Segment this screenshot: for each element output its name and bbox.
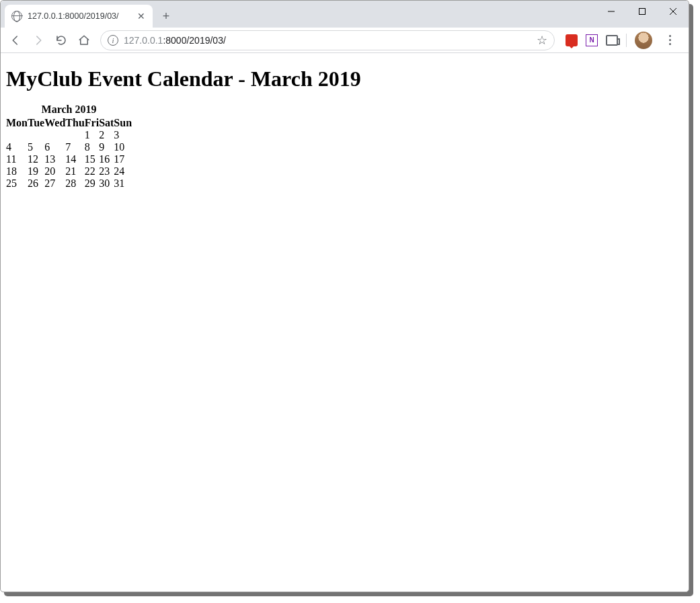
tab-title: 127.0.0.1:8000/2019/03/ <box>28 11 131 21</box>
calendar-day-cell: 31 <box>114 177 132 190</box>
close-window-button[interactable] <box>658 1 689 22</box>
calendar-day-cell: 12 <box>28 153 44 165</box>
toolbar-separator <box>626 34 627 47</box>
weekday-header: Thu <box>65 117 84 129</box>
browser-toolbar: i 127.0.0.1:8000/2019/03/ ☆ N <box>1 28 689 53</box>
weekday-header: Fri <box>85 117 99 129</box>
calendar-day-cell: 20 <box>44 165 65 177</box>
calendar-day-cell: 17 <box>114 153 132 165</box>
calendar-day-cell: 15 <box>85 153 99 165</box>
calendar-day-cell: 29 <box>85 177 99 190</box>
forward-button[interactable] <box>28 30 49 51</box>
calendar-empty-cell <box>65 129 84 141</box>
calendar-day-cell: 6 <box>44 141 65 153</box>
calendar-day-cell: 2 <box>99 129 114 141</box>
calendar-day-cell: 9 <box>99 141 114 153</box>
calendar-header-row: Mon Tue Wed Thu Fri Sat Sun <box>6 117 132 129</box>
calendar-day-cell: 16 <box>99 153 114 165</box>
calendar-caption: March 2019 <box>6 104 132 117</box>
calendar-day-cell: 1 <box>85 129 99 141</box>
page-content: MyClub Event Calendar - March 2019 March… <box>1 53 689 592</box>
calendar-empty-cell <box>6 129 28 141</box>
calendar-day-cell: 27 <box>44 177 65 190</box>
site-info-icon[interactable]: i <box>108 35 118 46</box>
calendar-week-row: 25262728293031 <box>6 177 132 190</box>
globe-icon <box>11 11 22 22</box>
calendar-day-cell: 21 <box>65 165 84 177</box>
calendar-day-cell: 23 <box>99 165 114 177</box>
browser-tab[interactable]: 127.0.0.1:8000/2019/03/ ✕ <box>5 5 153 28</box>
extension-icons: N <box>560 31 685 50</box>
calendar-day-cell: 25 <box>6 177 28 190</box>
calendar-day-cell: 18 <box>6 165 28 177</box>
ublock-icon[interactable] <box>566 34 578 46</box>
cast-icon[interactable] <box>606 35 618 46</box>
calendar-day-cell: 13 <box>44 153 65 165</box>
calendar-day-cell: 14 <box>65 153 84 165</box>
calendar-day-cell: 26 <box>28 177 44 190</box>
weekday-header: Mon <box>6 117 28 129</box>
home-button[interactable] <box>73 30 95 51</box>
calendar-week-row: 11121314151617 <box>6 153 132 165</box>
weekday-header: Tue <box>28 117 44 129</box>
url-text: 127.0.0.1:8000/2019/03/ <box>124 35 531 46</box>
calendar-week-row: 123 <box>6 129 132 141</box>
calendar-day-cell: 30 <box>99 177 114 190</box>
back-button[interactable] <box>5 30 26 51</box>
url-host: 127.0.0.1 <box>124 35 163 46</box>
maximize-button[interactable] <box>627 1 658 22</box>
calendar-week-row: 45678910 <box>6 141 132 153</box>
weekday-header: Sun <box>114 117 132 129</box>
minimize-button[interactable] <box>596 1 627 22</box>
weekday-header: Sat <box>99 117 114 129</box>
calendar-day-cell: 5 <box>28 141 44 153</box>
calendar-empty-cell <box>44 129 65 141</box>
weekday-header: Wed <box>44 117 65 129</box>
svg-rect-1 <box>639 9 646 15</box>
calendar-day-cell: 7 <box>65 141 84 153</box>
tab-strip: 127.0.0.1:8000/2019/03/ ✕ + <box>1 1 689 28</box>
close-tab-icon[interactable]: ✕ <box>137 11 146 21</box>
calendar-empty-cell <box>28 129 44 141</box>
page-title: MyClub Event Calendar - March 2019 <box>6 67 683 91</box>
calendar-day-cell: 11 <box>6 153 28 165</box>
window-controls <box>596 1 689 22</box>
reload-button[interactable] <box>50 30 72 51</box>
calendar-day-cell: 22 <box>85 165 99 177</box>
calendar-table: March 2019 Mon Tue Wed Thu Fri Sat Sun 1… <box>6 104 132 190</box>
profile-avatar[interactable] <box>635 32 652 49</box>
calendar-day-cell: 28 <box>65 177 84 190</box>
calendar-week-row: 18192021222324 <box>6 165 132 177</box>
calendar-day-cell: 4 <box>6 141 28 153</box>
new-tab-button[interactable]: + <box>157 7 176 26</box>
browser-window: 127.0.0.1:8000/2019/03/ ✕ + <box>0 0 689 592</box>
bookmark-star-icon[interactable]: ☆ <box>537 33 547 48</box>
url-path: :8000/2019/03/ <box>163 35 225 46</box>
calendar-day-cell: 24 <box>114 165 132 177</box>
calendar-day-cell: 19 <box>28 165 44 177</box>
calendar-day-cell: 10 <box>114 141 132 153</box>
calendar-day-cell: 8 <box>85 141 99 153</box>
calendar-day-cell: 3 <box>114 129 132 141</box>
chrome-menu-button[interactable] <box>660 31 679 50</box>
onenote-icon[interactable]: N <box>586 34 598 46</box>
address-bar[interactable]: i 127.0.0.1:8000/2019/03/ ☆ <box>100 30 555 50</box>
